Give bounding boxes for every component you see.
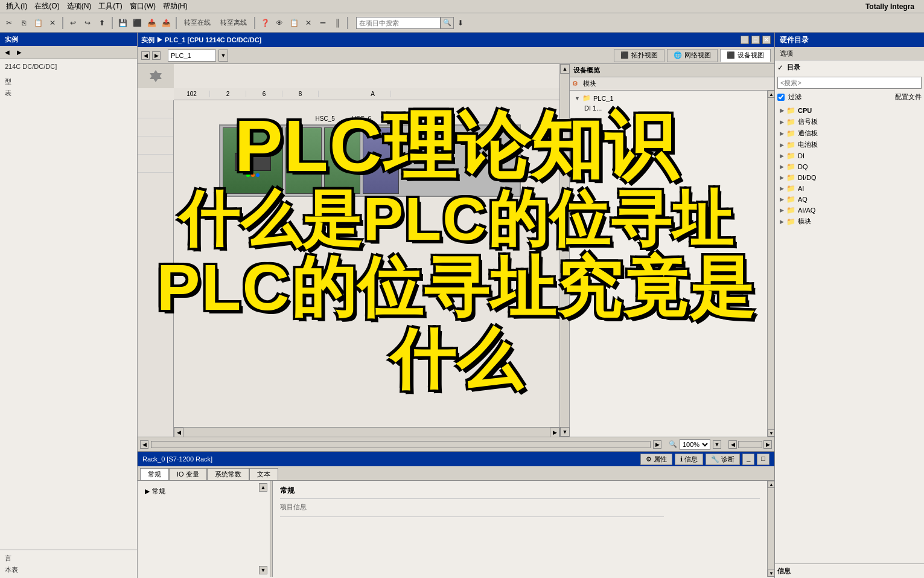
h-scroll-right[interactable]: ▶ bbox=[653, 440, 661, 449]
split-v-btn[interactable]: ║ bbox=[331, 16, 344, 30]
bottom-right-scrollbar[interactable]: ▲ ▼ bbox=[767, 481, 774, 577]
br-scroll-up[interactable]: ▲ bbox=[768, 481, 774, 488]
plc-main-module[interactable]: S7-1214C bbox=[223, 127, 283, 194]
close-btn[interactable]: ✕ bbox=[762, 36, 771, 44]
catalog-item-battery-board[interactable]: ▶ 📁 电池板 bbox=[777, 139, 922, 150]
module-ai[interactable] bbox=[363, 127, 399, 194]
paste-btn[interactable]: 📋 bbox=[31, 16, 45, 30]
menu-window[interactable]: 窗口(W) bbox=[126, 1, 159, 11]
topology-view-tab[interactable]: ⬛ 拓扑视图 bbox=[614, 49, 664, 62]
module-do[interactable] bbox=[324, 127, 360, 194]
item-type[interactable]: 型 bbox=[0, 76, 137, 88]
horizontal-scrollbar[interactable]: ◀ ▶ bbox=[174, 427, 559, 437]
goto-offline-btn[interactable]: 转至离线 bbox=[216, 16, 251, 30]
scroll-left-btn[interactable]: ◀ bbox=[174, 428, 183, 437]
overview-scroll-up[interactable]: ▲ bbox=[768, 91, 774, 98]
scroll-down-btn[interactable]: ▼ bbox=[560, 427, 570, 437]
split-h-btn[interactable]: ═ bbox=[316, 16, 330, 30]
diag-tab-btn[interactable]: 🔧 诊断 bbox=[706, 454, 740, 465]
item-texttable[interactable]: 本表 bbox=[0, 564, 137, 576]
compile-btn[interactable]: ⬛ bbox=[130, 16, 144, 30]
scroll-right-btn[interactable]: ▶ bbox=[550, 428, 559, 437]
catalog-item-module[interactable]: ▶ 📁 模块 bbox=[777, 216, 922, 227]
tab-io-vars[interactable]: IO 变量 bbox=[169, 468, 207, 480]
menu-online[interactable]: 在线(O) bbox=[31, 1, 63, 11]
search-nav-btn[interactable]: ⬇ bbox=[454, 16, 467, 30]
catalog-item-comm-board[interactable]: ▶ 📁 通信板 bbox=[777, 127, 922, 139]
overview-scroll-down[interactable]: ▼ bbox=[768, 429, 774, 437]
save-btn[interactable]: 💾 bbox=[116, 16, 129, 30]
right-scroll-left[interactable]: ◀ bbox=[728, 440, 737, 449]
expand-btn[interactable]: ▶ bbox=[14, 48, 24, 57]
catalog-expand-icon: ✓ bbox=[777, 63, 783, 72]
cut-btn[interactable]: ✂ bbox=[2, 16, 16, 30]
right-scroll-right[interactable]: ▶ bbox=[763, 440, 772, 449]
download-btn[interactable]: 📥 bbox=[145, 16, 158, 30]
item-table[interactable]: 表 bbox=[0, 88, 137, 99]
goto-online-btn[interactable]: 转至在线 bbox=[180, 16, 215, 30]
h-scroll-left[interactable]: ◀ bbox=[140, 440, 148, 449]
info-tab-btn[interactable]: ℹ 信息 bbox=[675, 454, 703, 465]
br-scroll-track[interactable] bbox=[768, 488, 774, 570]
redo-btn[interactable]: ↪ bbox=[81, 16, 94, 30]
float-panel-btn[interactable]: □ bbox=[757, 454, 769, 465]
search-input[interactable] bbox=[356, 17, 441, 29]
menu-tools[interactable]: 工具(T) bbox=[95, 1, 126, 11]
back-btn[interactable]: ◀ bbox=[141, 51, 150, 60]
overview-scrollbar[interactable]: ▲ ▼ bbox=[767, 91, 774, 437]
device-dropdown-btn[interactable]: ▼ bbox=[218, 50, 228, 62]
up-btn[interactable]: ⬆ bbox=[95, 16, 109, 30]
menu-insert[interactable]: 插入(I) bbox=[2, 1, 31, 11]
catalog-item-ai[interactable]: ▶ 📁 AI bbox=[777, 183, 922, 194]
device-tree-plc1[interactable]: ▼ 📁 PLC_1 bbox=[572, 93, 772, 103]
catalog-item-aiaq[interactable]: ▶ 📁 AI/AQ bbox=[777, 205, 922, 216]
tab-text[interactable]: 文本 bbox=[249, 468, 278, 480]
watch-btn[interactable]: 📋 bbox=[287, 16, 301, 30]
menu-help[interactable]: 帮助(H) bbox=[159, 1, 191, 11]
zoom-select[interactable]: 100% 50% 75% 150% 200% bbox=[680, 439, 710, 450]
filter-checkbox[interactable] bbox=[777, 94, 785, 101]
network-view-tab[interactable]: 🌐 网络视图 bbox=[667, 49, 718, 62]
scroll-up-btn[interactable]: ▲ bbox=[560, 64, 570, 74]
catalog-item-dq[interactable]: ▶ 📁 DQ bbox=[777, 161, 922, 172]
forward-btn[interactable]: ▶ bbox=[152, 51, 161, 60]
device-view-tab[interactable]: ⬛ 设备视图 bbox=[720, 49, 771, 62]
item-speech[interactable]: 言 bbox=[0, 553, 137, 564]
catalog-item-di[interactable]: ▶ 📁 DI bbox=[777, 150, 922, 161]
catalog-item-cpu[interactable]: ▶ 📁 CPU bbox=[777, 105, 922, 116]
undo-btn[interactable]: ↩ bbox=[66, 16, 80, 30]
upload-btn[interactable]: 📤 bbox=[159, 16, 173, 30]
search-button[interactable]: 🔍 bbox=[441, 17, 454, 29]
overview-scroll-track[interactable] bbox=[768, 98, 774, 429]
device-tree-di[interactable]: DI 1... bbox=[572, 103, 772, 113]
help-btn[interactable]: ❓ bbox=[258, 16, 272, 30]
copy-btn[interactable]: ⎘ bbox=[17, 16, 30, 30]
monitor-btn[interactable]: 👁 bbox=[273, 16, 286, 30]
tab-general[interactable]: 常规 bbox=[140, 468, 169, 480]
collapse-btn[interactable]: ◀ bbox=[2, 48, 12, 57]
delete-btn[interactable]: ✕ bbox=[46, 16, 59, 30]
minimize-panel-btn[interactable]: _ bbox=[742, 454, 754, 465]
properties-tab-btn[interactable]: ⚙ 属性 bbox=[640, 454, 672, 465]
h-scroll-track[interactable] bbox=[151, 441, 651, 448]
catalog-item-signal-board[interactable]: ▶ 📁 信号板 bbox=[777, 116, 922, 127]
left-scroll-down[interactable]: ▼ bbox=[259, 566, 267, 574]
vertical-scrollbar[interactable]: ▲ ▼ bbox=[559, 64, 569, 437]
scroll-track-v[interactable] bbox=[560, 74, 569, 427]
catalog-item-dido[interactable]: ▶ 📁 DI/DQ bbox=[777, 172, 922, 183]
minimize-btn[interactable]: _ bbox=[741, 36, 749, 44]
menu-options[interactable]: 选项(N) bbox=[63, 1, 95, 11]
left-scroll-up[interactable]: ▲ bbox=[259, 483, 267, 492]
device-selector[interactable]: PLC_1 bbox=[168, 50, 216, 62]
catalog-item-aq[interactable]: ▶ 📁 AQ bbox=[777, 194, 922, 205]
general-tree-item[interactable]: ▶ 常规 bbox=[142, 486, 265, 497]
br-scroll-down[interactable]: ▼ bbox=[768, 570, 774, 577]
tab-system-const[interactable]: 系统常数 bbox=[207, 468, 249, 480]
right-scroll-track[interactable] bbox=[738, 441, 762, 448]
module-di[interactable] bbox=[285, 127, 322, 194]
maximize-btn[interactable]: □ bbox=[751, 36, 760, 44]
catalog-search-input[interactable] bbox=[777, 77, 922, 89]
x-btn[interactable]: ✕ bbox=[302, 16, 315, 30]
scroll-track-h[interactable] bbox=[183, 428, 550, 437]
zoom-dropdown-btn[interactable]: ▼ bbox=[713, 440, 721, 449]
